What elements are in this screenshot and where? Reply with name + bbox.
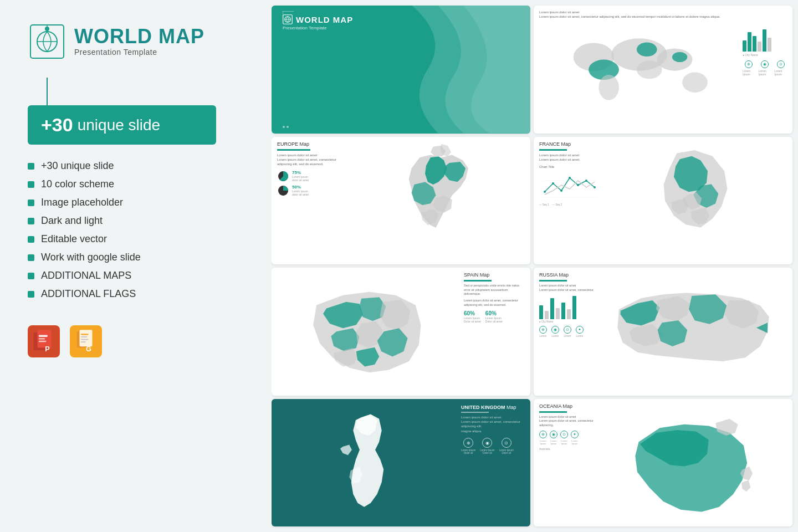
- uk-icon-3: ⊙ Lorem IpsumDolor sit: [499, 438, 514, 454]
- oceania-icon-2: ◉ LoremIpsum: [550, 431, 557, 445]
- brand-subtitle: Presentation Template: [74, 48, 204, 57]
- svg-rect-16: [81, 341, 86, 342]
- oceania-stat-icon: ✦: [571, 431, 579, 438]
- svg-point-36: [552, 182, 554, 185]
- europe-text-content: EUROPE Map Lorem ipsum dolor sit ametLor…: [277, 141, 344, 260]
- badge-label: unique slide: [78, 116, 160, 134]
- stat-icon-1: ⊕ Lorem Ipsum: [743, 60, 755, 76]
- svg-rect-12: [80, 330, 93, 346]
- russia-icon-1: ⊕ Lorem: [539, 326, 547, 337]
- bullet-icon: [28, 181, 34, 188]
- russia-stat-icon: ✦: [576, 326, 584, 334]
- oceania-map-label: OCEANIA Map: [539, 403, 600, 409]
- svg-rect-13: [81, 334, 89, 335]
- feature-label: 10 color scheme: [41, 178, 114, 190]
- russia-map-label: RUSSIA Map: [539, 272, 597, 278]
- svg-point-40: [585, 180, 587, 182]
- russia-text-content: RUSSIA Map Lorem ipsum dolor sit ametLor…: [539, 272, 597, 391]
- oceania-map-container: [602, 403, 787, 523]
- bullet-icon: [28, 273, 34, 279]
- russia-chart-legend: ● City Name: [539, 320, 597, 323]
- oceania-stat-icon: ⊙: [560, 431, 568, 438]
- brand-header: WORLD MAP Presentation Template: [28, 22, 244, 61]
- russia-stat-icon: ◉: [551, 326, 559, 334]
- slide-france: FRANCE Map Lorem ipsum dolor sit ametLor…: [534, 137, 792, 265]
- feature-label: Work with google slide: [41, 252, 141, 263]
- wave-decoration-icon: [386, 6, 530, 134]
- uk-icons-row: ⊕ Lorem IpsumDolor sit ◉ Lorem IpsumDolo…: [461, 438, 525, 454]
- russia-icon-3: ⊙ Lorem: [564, 326, 571, 337]
- spain-lorem-text2: Lorem ipsum dolor sit amet, consectetur …: [464, 299, 525, 307]
- russia-map-svg: [600, 272, 787, 391]
- feature-item-5: Editable vector: [28, 233, 244, 245]
- bullet-icon: [28, 200, 34, 206]
- feature-label: Image placeholder: [41, 197, 123, 208]
- slide-spain: SPAIN Map Sed ut perspiciatis unde omnis…: [272, 268, 530, 396]
- bullet-icon: [28, 254, 34, 261]
- feature-label: +30 unique slide: [41, 160, 114, 172]
- france-map-label: FRANCE Map: [539, 141, 600, 147]
- svg-point-29: [598, 75, 619, 100]
- france-text-content: FRANCE Map Lorem ipsum dolor sit ametLor…: [539, 141, 600, 260]
- slide-oceania: OCEANIA Map Lorem ipsum dolor sit ametLo…: [534, 399, 792, 527]
- powerpoint-icon: P: [28, 325, 60, 357]
- svg-point-24: [637, 42, 657, 57]
- uk-stat-icon: ◉: [482, 438, 492, 448]
- france-map-svg: [602, 141, 787, 260]
- oceania-icon-4: ✦ LoremIpsum: [571, 431, 579, 445]
- feature-label: Editable vector: [41, 233, 107, 245]
- slide-world-stats: Lorem ipsum dolor sit ametLorem ipsum do…: [534, 6, 792, 134]
- feature-item-2: 10 color scheme: [28, 178, 244, 190]
- russia-icon-4: ✦ Lorem: [576, 326, 584, 337]
- russia-icon-row: ⊕ Lorem ◉ Lorem ⊙ Lorem ✦ Lorem: [539, 326, 597, 337]
- uk-map-label: UNITED KINGDOM Map: [461, 405, 525, 410]
- russia-lorem-text: Lorem ipsum dolor sit ametLorem ipsum do…: [539, 284, 597, 292]
- stat-circle-icon: ⊙: [777, 60, 785, 68]
- france-lorem-text: Lorem ipsum dolor sit ametLorem ipsum do…: [539, 153, 600, 162]
- spain-stats-row: 60% Lorem IpsumDolor sit amet 60% Lorem …: [464, 310, 525, 323]
- uk-icon-1: ⊕ Lorem IpsumDolor sit: [461, 438, 475, 454]
- world-map-logo-icon: [28, 22, 66, 61]
- svg-point-35: [544, 191, 546, 193]
- oceania-text-content: OCEANIA Map Lorem ipsum dolor sit ametLo…: [539, 403, 600, 523]
- features-list: +30 unique slide 10 color scheme Image p…: [28, 160, 244, 300]
- cover-subtitle: Presentation Template: [283, 25, 519, 30]
- stat-icon-2: ◉ Lorem Ipsum: [759, 60, 771, 76]
- connector-line: [47, 78, 48, 105]
- stats-bars-container: ● City Name ⊕ Lorem Ipsum ◉ Lorem Ipsum …: [743, 22, 787, 113]
- slide-uk: UNITED KINGDOM Map Lorem ipsum dolor sit…: [272, 399, 530, 527]
- svg-rect-8: [39, 338, 45, 339]
- oceania-icon-3: ⊙ LoremIpsum: [560, 431, 568, 445]
- svg-rect-14: [81, 336, 88, 337]
- oceania-map-svg: [602, 403, 787, 523]
- svg-rect-15: [81, 339, 89, 340]
- feature-item-8: ADDITIONAL FLAGS: [28, 288, 244, 300]
- oceania-lorem-text: Lorem ipsum dolor sit ametLorem ipsum do…: [539, 415, 600, 428]
- app-icons-row: P G: [28, 325, 244, 357]
- europe-pie-75: 75% Lorem ipsumdolor sit amet: [277, 170, 344, 182]
- ppt-svg-icon: P: [31, 329, 57, 354]
- russia-stat-icon: ⊙: [564, 326, 571, 334]
- stats-lorem-text: Lorem ipsum dolor sit ametLorem ipsum do…: [539, 10, 787, 19]
- europe-map-container: [347, 141, 525, 260]
- svg-text:P: P: [45, 345, 49, 353]
- uk-stat-icon: ⊙: [502, 438, 511, 448]
- uk-stat-icon: ⊕: [463, 438, 473, 448]
- bullet-icon: [28, 218, 34, 224]
- badge-number: +30: [41, 114, 73, 136]
- svg-point-39: [577, 184, 579, 186]
- cover-map-icon: [283, 14, 293, 24]
- feature-label: Dark and light: [41, 215, 103, 227]
- google-slides-icon: G: [70, 325, 102, 357]
- europe-map-svg: [347, 141, 525, 260]
- slide-russia: RUSSIA Map Lorem ipsum dolor sit ametLor…: [534, 268, 792, 396]
- uk-icon-2: ◉ Lorem IpsumDolor sit: [480, 438, 494, 454]
- bullet-icon: [28, 291, 34, 298]
- europe-pie-50: 50% Lorem ipsumdolor sit amet: [277, 185, 344, 197]
- spain-map-container: [277, 272, 462, 391]
- stat-icon-3: ⊙ Lorem Ipsum: [774, 60, 787, 76]
- feature-item-3: Image placeholder: [28, 197, 244, 208]
- bullet-icon: [28, 236, 34, 243]
- svg-point-28: [682, 72, 708, 93]
- svg-point-41: [594, 186, 596, 188]
